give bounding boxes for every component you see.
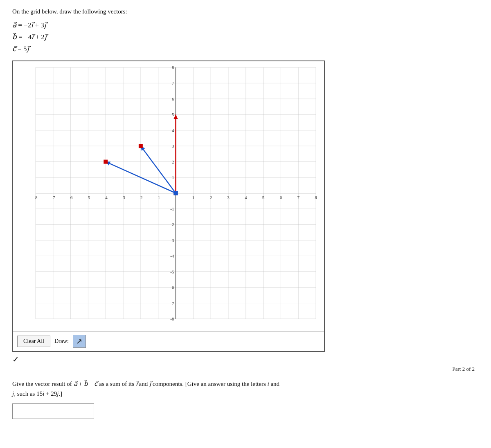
vector-a-def: a⃗ = −2i⃗ + 3j⃗ bbox=[12, 21, 479, 29]
graph-container: Clear All Draw: ↗ bbox=[12, 60, 325, 352]
answer-input[interactable] bbox=[12, 403, 94, 419]
bottom-question: Give the vector result of a⃗ + b⃗ + c⃗ a… bbox=[12, 379, 381, 399]
draw-tool-icon[interactable]: ↗ bbox=[73, 335, 86, 348]
draw-label: Draw: bbox=[54, 338, 69, 345]
checkmark: ✓ bbox=[12, 354, 479, 364]
part-label: Part 2 of 2 bbox=[12, 366, 479, 372]
clear-all-button[interactable]: Clear All bbox=[17, 336, 50, 347]
vector-b-def: b⃗ = −4i⃗ + 2j⃗ bbox=[12, 33, 479, 41]
vector-c-def: c⃗ = 5j⃗ bbox=[12, 45, 479, 53]
instructions-text: On the grid below, draw the following ve… bbox=[12, 8, 479, 15]
